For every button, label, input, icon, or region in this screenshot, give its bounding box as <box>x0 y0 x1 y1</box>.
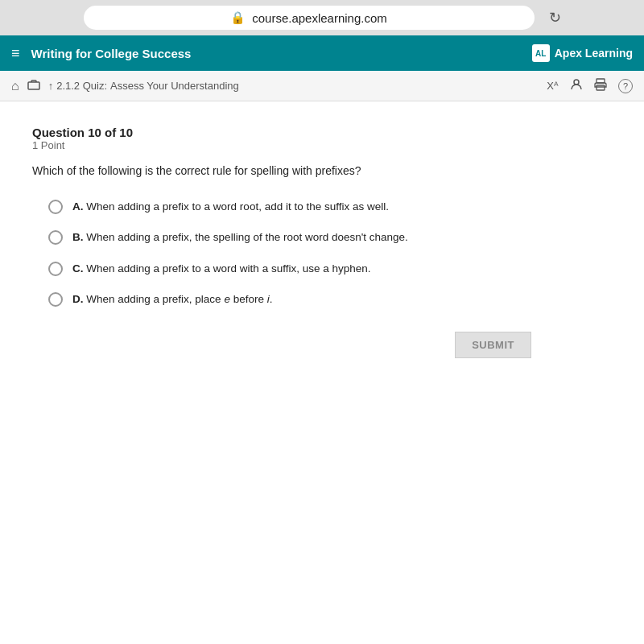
browser-bar: 🔒 course.apexlearning.com ↻ <box>0 0 644 35</box>
top-nav-left: ≡ Writing for College Success <box>11 45 191 62</box>
breadcrumb: ↑ 2.1.2 Quiz: Assess Your Understanding <box>48 80 239 92</box>
svg-rect-3 <box>597 85 605 90</box>
option-body-a: When adding a prefix to a word root, add… <box>86 200 389 213</box>
option-body-d: When adding a prefix, place e before i. <box>86 293 272 305</box>
apex-logo-text: Apex Learning <box>555 47 633 60</box>
help-icon[interactable]: ? <box>618 79 633 93</box>
svg-rect-2 <box>597 79 605 83</box>
svg-rect-0 <box>28 82 39 89</box>
question-header: Question 10 of 10 1 Point <box>32 126 612 151</box>
radio-b[interactable] <box>48 230 63 245</box>
secondary-nav-right: Xᴬ ? <box>547 78 633 94</box>
refresh-icon[interactable]: ↻ <box>549 9 561 27</box>
course-title: Writing for College Success <box>31 47 192 60</box>
submit-container: SUBMIT <box>32 332 531 358</box>
option-row-a: A. When adding a prefix to a word root, … <box>48 199 612 215</box>
question-number: Question 10 of 10 <box>32 126 612 139</box>
url-text: course.apexlearning.com <box>252 11 387 25</box>
options-container: A. When adding a prefix to a word root, … <box>48 199 612 308</box>
breadcrumb-sub: Assess Your Understanding <box>110 80 239 92</box>
option-text-c: C. When adding a prefix to a word with a… <box>72 261 370 277</box>
option-text-d: D. When adding a prefix, place e before … <box>72 291 272 308</box>
option-row-b: B. When adding a prefix, the spelling of… <box>48 229 612 246</box>
option-content-c: When adding a prefix to a word with a su… <box>86 262 370 275</box>
secondary-nav-left: ⌂ ↑ 2.1.2 Quiz: Assess Your Understandin… <box>11 79 239 93</box>
radio-c[interactable] <box>48 262 63 276</box>
apex-logo-icon: AL <box>532 44 550 62</box>
radio-d[interactable] <box>48 292 63 307</box>
hamburger-icon[interactable]: ≡ <box>11 45 20 62</box>
main-content: Question 10 of 10 1 Point Which of the f… <box>0 101 644 644</box>
option-row-d: D. When adding a prefix, place e before … <box>48 291 612 308</box>
radio-a[interactable] <box>48 200 63 214</box>
option-letter-a: A. <box>72 200 84 213</box>
lock-icon: 🔒 <box>230 10 246 25</box>
option-content-b: When adding a prefix, the spelling of th… <box>86 231 408 243</box>
home-icon[interactable]: ⌂ <box>11 79 19 93</box>
option-letter-c: C. <box>72 262 84 275</box>
secondary-nav: ⌂ ↑ 2.1.2 Quiz: Assess Your Understandin… <box>0 71 644 101</box>
top-nav-right: AL Apex Learning <box>532 44 633 62</box>
submit-button[interactable]: SUBMIT <box>455 332 531 358</box>
option-text-b: B. When adding a prefix, the spelling of… <box>72 229 408 246</box>
breadcrumb-arrow: ↑ <box>48 80 54 92</box>
question-text: Which of the following is the correct ru… <box>32 163 483 180</box>
option-text-a: A. When adding a prefix to a word root, … <box>72 199 389 215</box>
top-nav: ≡ Writing for College Success AL Apex Le… <box>0 35 644 71</box>
option-letter-d: D. <box>72 293 84 305</box>
breadcrumb-label: 2.1.2 Quiz: <box>56 80 107 92</box>
apex-logo: AL Apex Learning <box>532 44 633 62</box>
svg-point-1 <box>574 80 579 85</box>
translate-icon[interactable]: Xᴬ <box>547 80 559 92</box>
option-letter-b: B. <box>72 231 84 243</box>
url-bar[interactable]: 🔒 course.apexlearning.com <box>84 6 535 30</box>
briefcase-icon[interactable] <box>27 79 40 93</box>
question-points: 1 Point <box>32 139 612 151</box>
person-icon[interactable] <box>570 78 583 94</box>
print-icon[interactable] <box>594 78 607 94</box>
option-row-c: C. When adding a prefix to a word with a… <box>48 261 612 277</box>
